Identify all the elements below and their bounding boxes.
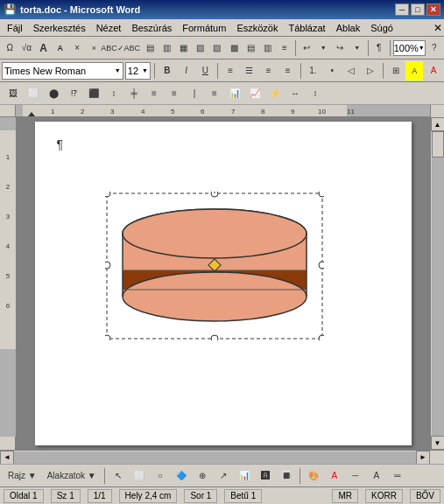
- cake-drawing[interactable]: [105, 192, 324, 340]
- menu-item-ablak[interactable]: Ablak: [331, 22, 366, 34]
- menu-item-formatum[interactable]: Formátum: [177, 22, 231, 34]
- alakzatok-button[interactable]: Alakzatok ▼: [43, 466, 101, 486]
- draw-tb-11[interactable]: ≡: [205, 84, 224, 103]
- tb-redo[interactable]: ↪: [332, 38, 348, 58]
- bold-button[interactable]: B: [159, 61, 176, 80]
- draw-tb-2[interactable]: ⬜: [24, 84, 43, 103]
- font-size-dropdown-icon[interactable]: ▼: [142, 67, 148, 74]
- scroll-track[interactable]: [432, 131, 444, 436]
- bt1[interactable]: ↖: [109, 466, 128, 486]
- decrease-indent-button[interactable]: ◁: [342, 61, 360, 80]
- tb-omega[interactable]: Ω: [2, 38, 18, 58]
- menu-item-nezet[interactable]: Nézet: [91, 22, 127, 34]
- tb-x1[interactable]: ×: [69, 38, 85, 58]
- bt9[interactable]: 🔳: [277, 466, 296, 486]
- tb-aa2[interactable]: A: [53, 38, 68, 58]
- bt4[interactable]: 🔷: [172, 466, 191, 486]
- title-controls: ─ □ ✕: [395, 4, 440, 16]
- tb-redo-drop[interactable]: ▼: [349, 38, 365, 58]
- font-name-dropdown-icon[interactable]: ▼: [115, 67, 121, 74]
- tb-s7[interactable]: ▤: [243, 38, 258, 58]
- border-button[interactable]: ⊞: [387, 61, 405, 80]
- tb-s4[interactable]: ▧: [193, 38, 208, 58]
- tb-aa1[interactable]: A: [35, 38, 51, 58]
- tb-s8[interactable]: ▥: [260, 38, 276, 58]
- bt8[interactable]: 🅰: [256, 466, 275, 486]
- tb-undo-drop[interactable]: ▼: [315, 38, 331, 58]
- menu-item-tablazat[interactable]: Táblázat: [283, 22, 330, 34]
- minimize-button[interactable]: ─: [395, 4, 409, 16]
- numbering-button[interactable]: 1.: [304, 61, 321, 80]
- bt5[interactable]: ⊕: [193, 466, 212, 486]
- tb-x2[interactable]: ×: [86, 38, 102, 58]
- italic-button[interactable]: I: [178, 61, 195, 80]
- font-name-box[interactable]: Times New Roman ▼: [2, 62, 123, 80]
- bt-line-end[interactable]: ═: [388, 466, 407, 486]
- bt10[interactable]: 🎨: [304, 466, 323, 486]
- menu-item-eszkozok[interactable]: Eszközök: [231, 22, 283, 34]
- scroll-up-button[interactable]: ▲: [431, 117, 445, 131]
- bt13[interactable]: A: [367, 466, 386, 486]
- tb-s3[interactable]: ▦: [175, 38, 191, 58]
- bt12[interactable]: ─: [346, 466, 365, 486]
- scroll-left-button[interactable]: ◄: [0, 451, 14, 465]
- menu-item-fajl[interactable]: Fájl: [2, 22, 28, 34]
- tb-spell[interactable]: ABC✓: [102, 38, 122, 58]
- menu-item-beszuras[interactable]: Beszúrás: [126, 22, 177, 34]
- justify-button[interactable]: ≡: [279, 61, 297, 80]
- font-size-box[interactable]: 12 ▼: [125, 62, 151, 80]
- draw-tb-14[interactable]: ⚡: [265, 84, 285, 103]
- underline-button[interactable]: U: [196, 61, 214, 80]
- scroll-down-button[interactable]: ▼: [431, 436, 445, 450]
- bt11[interactable]: A: [325, 466, 344, 486]
- increase-indent-button[interactable]: ▷: [362, 61, 379, 80]
- maximize-button[interactable]: □: [411, 4, 425, 16]
- draw-tb-9[interactable]: ≡: [165, 84, 184, 103]
- tb-sqrt[interactable]: √α: [18, 38, 34, 58]
- close-doc-icon[interactable]: ✕: [433, 22, 442, 34]
- bt2[interactable]: ⬜: [130, 466, 149, 486]
- font-color-button[interactable]: A: [425, 61, 442, 80]
- tb-undo[interactable]: ↩: [299, 38, 314, 58]
- close-button[interactable]: ✕: [426, 4, 440, 16]
- align-left-button[interactable]: ≡: [222, 61, 239, 80]
- draw-tb-10[interactable]: |: [185, 84, 204, 103]
- tb-s5[interactable]: ▨: [209, 38, 225, 58]
- draw-tb-6[interactable]: ↕: [104, 84, 123, 103]
- zoom-dropdown-icon[interactable]: ▼: [419, 45, 425, 51]
- tb-s2[interactable]: ▥: [159, 38, 174, 58]
- draw-tb-16[interactable]: ↕: [306, 84, 325, 103]
- bt6[interactable]: ↗: [214, 466, 233, 486]
- align-center-button[interactable]: ☰: [241, 61, 258, 80]
- draw-tb-3[interactable]: ⬤: [44, 84, 63, 103]
- horizontal-ruler: 1 2 3 4 5 6 7 8 9 10 11: [16, 105, 430, 117]
- tb-s9[interactable]: ≡: [277, 38, 292, 58]
- align-right-button[interactable]: ≡: [260, 61, 278, 80]
- tb-s6[interactable]: ▩: [226, 38, 242, 58]
- highlight-button[interactable]: A: [405, 61, 423, 80]
- menu-item-szerkesztes[interactable]: Szerkesztés: [28, 22, 91, 34]
- rajz-button[interactable]: Rajz ▼: [4, 466, 41, 486]
- draw-tb-15[interactable]: ↔: [285, 84, 305, 103]
- tb-para-icon[interactable]: ¶: [371, 38, 387, 58]
- draw-tb-12[interactable]: 📊: [225, 84, 244, 103]
- h-scroll-track[interactable]: [14, 452, 416, 464]
- draw-tb-8[interactable]: ≡: [144, 84, 164, 103]
- document-area[interactable]: ¶: [16, 117, 430, 450]
- draw-tb-7[interactable]: ╪: [124, 84, 144, 103]
- zoom-box[interactable]: 100% ▼: [393, 40, 426, 56]
- draw-tb-4[interactable]: ⁉: [64, 84, 83, 103]
- menu-item-sugo[interactable]: Súgó: [365, 22, 398, 34]
- bt7[interactable]: 📊: [235, 466, 254, 486]
- draw-tb-1[interactable]: 🖼: [4, 84, 23, 103]
- draw-tb-5[interactable]: ⬛: [84, 84, 103, 103]
- tb-abc2[interactable]: ABC: [123, 38, 141, 58]
- bullets-button[interactable]: •: [323, 61, 341, 80]
- draw-tb-13[interactable]: 📈: [245, 84, 264, 103]
- scroll-right-button[interactable]: ►: [416, 451, 430, 465]
- bt3[interactable]: ○: [151, 466, 170, 486]
- status-section: Sz 1: [51, 489, 81, 503]
- scroll-thumb[interactable]: [432, 131, 444, 158]
- tb-help[interactable]: ?: [426, 38, 442, 58]
- tb-s1[interactable]: ▤: [142, 38, 158, 58]
